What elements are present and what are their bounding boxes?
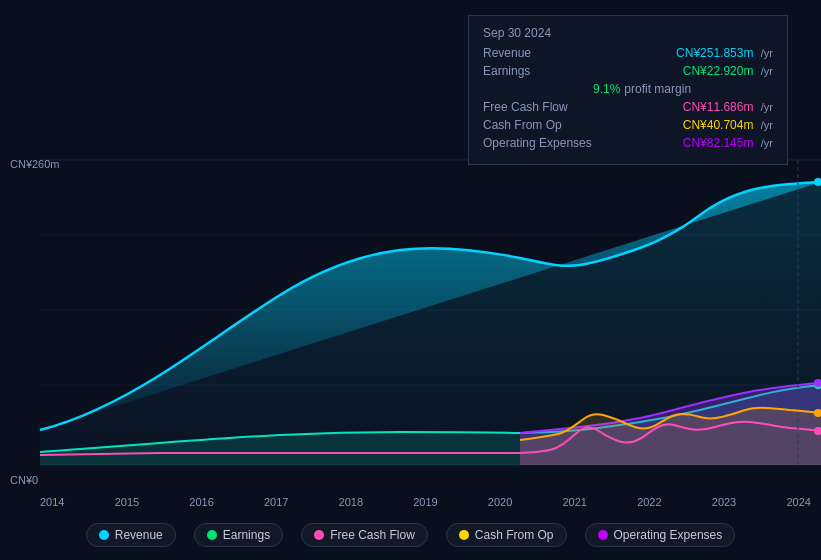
legend-item-earnings[interactable]: Earnings: [194, 523, 283, 547]
tooltip-label-cashop: Cash From Op: [483, 118, 593, 132]
x-label-2014: 2014: [40, 496, 64, 508]
legend-label-revenue: Revenue: [115, 528, 163, 542]
y-axis-top-label: CN¥260m: [10, 158, 60, 170]
chart-legend: Revenue Earnings Free Cash Flow Cash Fro…: [0, 523, 821, 547]
x-label-2019: 2019: [413, 496, 437, 508]
tooltip-box: Sep 30 2024 Revenue CN¥251.853m /yr Earn…: [468, 15, 788, 165]
legend-dot-earnings: [207, 530, 217, 540]
legend-dot-revenue: [99, 530, 109, 540]
x-axis: 2014 2015 2016 2017 2018 2019 2020 2021 …: [40, 496, 821, 508]
chart-container: Sep 30 2024 Revenue CN¥251.853m /yr Earn…: [0, 0, 821, 560]
tooltip-row-revenue: Revenue CN¥251.853m /yr: [483, 46, 773, 60]
legend-label-fcf: Free Cash Flow: [330, 528, 415, 542]
tooltip-value-cashop: CN¥40.704m /yr: [683, 118, 773, 132]
x-label-2024: 2024: [786, 496, 810, 508]
tooltip-row-fcf: Free Cash Flow CN¥11.686m /yr: [483, 100, 773, 114]
legend-label-opex: Operating Expenses: [614, 528, 723, 542]
margin-label: profit margin: [624, 82, 691, 96]
x-label-2022: 2022: [637, 496, 661, 508]
tooltip-margin-row: 9.1% profit margin: [483, 82, 773, 96]
legend-label-earnings: Earnings: [223, 528, 270, 542]
tooltip-date: Sep 30 2024: [483, 26, 773, 40]
x-label-2023: 2023: [712, 496, 736, 508]
tooltip-row-cashop: Cash From Op CN¥40.704m /yr: [483, 118, 773, 132]
y-axis-zero-label: CN¥0: [10, 474, 38, 486]
tooltip-label-earnings: Earnings: [483, 64, 593, 78]
x-label-2015: 2015: [115, 496, 139, 508]
legend-label-cashop: Cash From Op: [475, 528, 554, 542]
legend-item-opex[interactable]: Operating Expenses: [585, 523, 736, 547]
tooltip-label-revenue: Revenue: [483, 46, 593, 60]
x-label-2020: 2020: [488, 496, 512, 508]
legend-dot-fcf: [314, 530, 324, 540]
legend-item-fcf[interactable]: Free Cash Flow: [301, 523, 428, 547]
x-label-2016: 2016: [189, 496, 213, 508]
tooltip-label-opex: Operating Expenses: [483, 136, 593, 150]
tooltip-label-fcf: Free Cash Flow: [483, 100, 593, 114]
legend-dot-cashop: [459, 530, 469, 540]
x-label-2021: 2021: [562, 496, 586, 508]
tooltip-value-earnings: CN¥22.920m /yr: [683, 64, 773, 78]
tooltip-value-revenue: CN¥251.853m /yr: [676, 46, 773, 60]
margin-value: 9.1%: [593, 82, 620, 96]
tooltip-value-opex: CN¥82.145m /yr: [683, 136, 773, 150]
tooltip-row-opex: Operating Expenses CN¥82.145m /yr: [483, 136, 773, 150]
legend-dot-opex: [598, 530, 608, 540]
legend-item-revenue[interactable]: Revenue: [86, 523, 176, 547]
x-label-2017: 2017: [264, 496, 288, 508]
tooltip-row-earnings: Earnings CN¥22.920m /yr: [483, 64, 773, 78]
x-label-2018: 2018: [339, 496, 363, 508]
legend-item-cashop[interactable]: Cash From Op: [446, 523, 567, 547]
tooltip-value-fcf: CN¥11.686m /yr: [683, 100, 773, 114]
